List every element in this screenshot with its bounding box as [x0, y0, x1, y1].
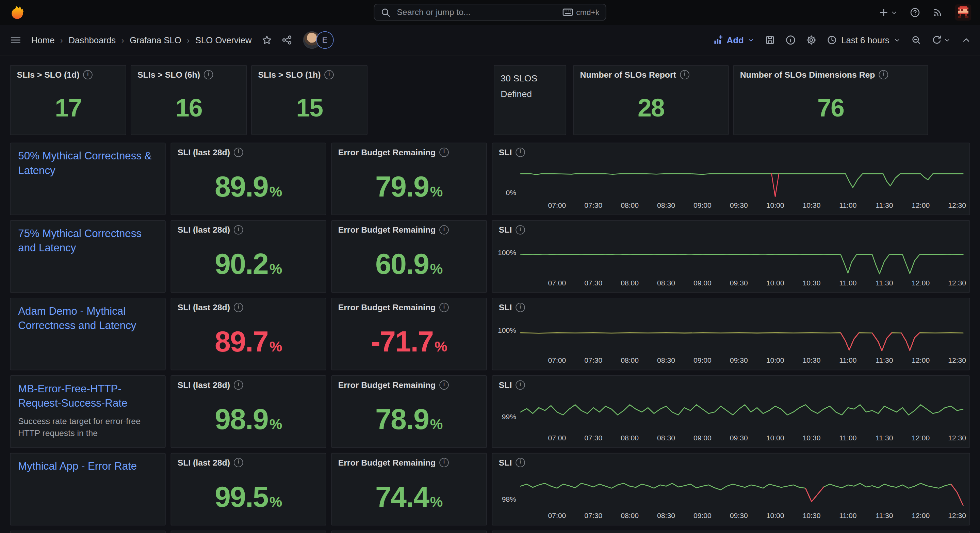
settings-gear-icon[interactable]	[806, 35, 816, 45]
zoom-out-icon[interactable]	[911, 35, 921, 45]
chevron-down-icon	[894, 37, 901, 43]
clock-icon	[827, 35, 837, 45]
new-button[interactable]	[878, 8, 897, 18]
panel-title[interactable]: Error Budget Remaining	[338, 225, 436, 235]
slo-link[interactable]: Adam Demo - Mythical Correctness and Lat…	[18, 304, 158, 334]
x-tick-label: 10:00	[766, 279, 784, 286]
x-tick-label: 10:00	[766, 201, 784, 209]
slo-title-panel: 50% Mythical Correctness & Latency	[10, 143, 165, 215]
info-icon[interactable]	[234, 458, 243, 467]
breadcrumb-folder[interactable]: Grafana SLO	[130, 35, 181, 45]
info-icon[interactable]	[204, 70, 213, 80]
panel-title[interactable]: SLI (last 28d)	[178, 458, 230, 467]
panel-title[interactable]: SLIs > SLO (6h)	[137, 70, 200, 80]
info-icon[interactable]	[680, 70, 689, 80]
panel-title[interactable]: SLI	[499, 303, 512, 312]
panel-title[interactable]: SLI	[499, 380, 512, 390]
collapse-row-icon[interactable]	[961, 35, 971, 45]
info-icon[interactable]	[439, 303, 449, 312]
x-tick-label: 12:30	[948, 201, 966, 209]
time-series-plot	[520, 318, 963, 354]
panel-title[interactable]: Number of SLOs Dimensions Rep	[740, 70, 875, 80]
breadcrumb-home[interactable]: Home	[31, 35, 55, 45]
stat-value: 28	[638, 95, 664, 120]
budget-value: -71.7%	[371, 327, 447, 356]
breadcrumb-dashboards[interactable]: Dashboards	[68, 35, 116, 45]
menu-icon[interactable]	[10, 34, 21, 46]
stat-panel-slos-dimensions: Number of SLOs Dimensions Rep 76	[733, 65, 928, 135]
panel-title[interactable]: SLI (last 28d)	[178, 303, 230, 312]
info-icon[interactable]	[234, 303, 243, 312]
budget-value: 74.4%	[375, 482, 443, 511]
save-icon[interactable]	[765, 35, 775, 45]
x-tick-label: 07:30	[584, 512, 602, 519]
breadcrumb-separator	[187, 35, 189, 45]
info-icon[interactable]	[439, 147, 449, 157]
y-axis-label: 0%	[492, 189, 516, 196]
panel-title[interactable]: Error Budget Remaining	[338, 147, 436, 157]
panel-title[interactable]: Error Budget Remaining	[338, 380, 436, 390]
share-icon[interactable]	[282, 35, 292, 45]
info-icon[interactable]	[325, 70, 334, 80]
slo-link[interactable]: Mythical App - Error Rate	[18, 459, 158, 474]
info-icon[interactable]	[515, 303, 525, 312]
panel-title[interactable]: Number of SLOs Report	[580, 70, 676, 80]
time-range-picker[interactable]: Last 6 hours	[827, 35, 901, 45]
refresh-icon	[932, 35, 942, 45]
next-row-partial	[10, 531, 970, 533]
stat-panel-slis-slo-1h: SLIs > SLO (1h) 15	[251, 65, 368, 135]
info-icon[interactable]	[234, 225, 243, 235]
panel-title[interactable]: SLI (last 28d)	[178, 225, 230, 235]
user-avatar[interactable]	[955, 5, 972, 21]
chevron-down-icon	[891, 9, 897, 16]
info-icon[interactable]	[879, 70, 888, 80]
panel-title[interactable]: SLI (last 28d)	[178, 380, 230, 390]
slo-link[interactable]: MB-Error-Free-HTTP-Request-Success-Rate	[18, 381, 158, 411]
panel-title[interactable]: SLIs > SLO (1d)	[17, 70, 80, 80]
x-tick-label: 08:30	[657, 201, 675, 209]
news-rss-icon[interactable]	[932, 8, 942, 18]
global-search[interactable]: cmd+k	[374, 4, 606, 21]
sli-chart-panel: SLI 99% 07:0007:3008:0008:3009:0009:3010…	[492, 375, 970, 448]
x-axis-ticks: 07:0007:3008:0008:3009:0009:3010:0010:30…	[492, 357, 969, 367]
panel-title[interactable]: SLI	[499, 225, 512, 235]
collaborator-badge[interactable]: E	[316, 31, 334, 49]
add-panel-button[interactable]: Add	[713, 35, 754, 45]
info-icon[interactable]	[439, 380, 449, 390]
slo-link[interactable]: 75% Mythical Correctness and Latency	[18, 227, 158, 256]
x-tick-label: 12:00	[912, 201, 930, 209]
sli-line-chart	[520, 318, 963, 354]
error-budget-panel: Error Budget Remaining 79.9%	[331, 143, 487, 215]
slo-row: Adam Demo - Mythical Correctness and Lat…	[10, 298, 970, 370]
info-icon[interactable]	[83, 70, 93, 80]
panel-title[interactable]: SLIs > SLO (1h)	[258, 70, 321, 80]
info-icon[interactable]	[439, 458, 449, 467]
info-icon[interactable]	[234, 147, 243, 157]
dashboard-info-icon[interactable]	[786, 35, 795, 45]
info-icon[interactable]	[515, 147, 525, 157]
grafana-logo[interactable]	[10, 5, 25, 20]
refresh-control[interactable]	[932, 35, 951, 45]
panel-title[interactable]: SLI	[499, 147, 512, 157]
panel-title[interactable]: SLI	[499, 458, 512, 467]
panel-title[interactable]: Error Budget Remaining	[338, 458, 436, 467]
breadcrumb-separator	[60, 35, 63, 45]
x-tick-label: 10:30	[803, 201, 821, 209]
x-tick-label: 09:30	[730, 279, 748, 286]
slo-title-panel: Mythical App - Error Rate	[10, 453, 165, 525]
info-icon[interactable]	[515, 380, 525, 390]
panel-title[interactable]: SLI (last 28d)	[178, 147, 230, 157]
plus-icon	[878, 8, 888, 18]
info-icon[interactable]	[515, 225, 525, 235]
info-icon[interactable]	[439, 225, 449, 235]
info-icon[interactable]	[515, 458, 525, 467]
info-icon[interactable]	[234, 380, 243, 390]
panel-title[interactable]: Error Budget Remaining	[338, 303, 436, 312]
sli-value: 98.9%	[215, 405, 282, 433]
star-icon[interactable]	[262, 35, 272, 45]
slo-link[interactable]: 50% Mythical Correctness & Latency	[18, 149, 158, 178]
help-icon[interactable]	[910, 8, 920, 18]
grafana-app: cmd+k	[0, 0, 980, 533]
search-input[interactable]	[396, 7, 557, 18]
x-tick-label: 11:30	[875, 512, 893, 519]
